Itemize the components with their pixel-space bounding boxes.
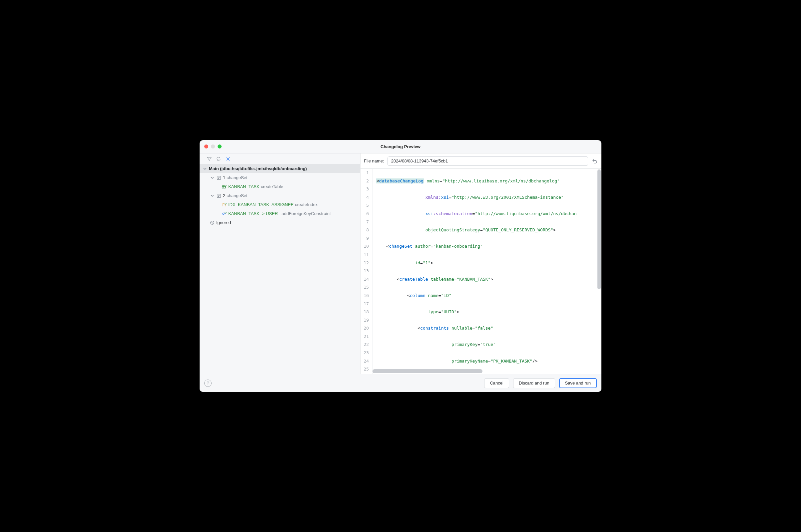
close-window-button[interactable] xyxy=(204,145,208,149)
line-num: 11 xyxy=(361,251,369,259)
chevron-down-icon xyxy=(202,166,207,171)
tree-cs2-addfk[interactable]: KANBAN_TASK -> USER_ addForeignKeyConstr… xyxy=(200,209,360,218)
svg-point-0 xyxy=(227,158,229,159)
line-num: 21 xyxy=(361,332,369,341)
line-num: 10 xyxy=(361,242,369,251)
tree-cs2-createindex[interactable]: IDX_KANBAN_TASK_ASSIGNEE createIndex xyxy=(200,200,360,209)
foreign-key-add-icon xyxy=(222,211,227,216)
line-num: 15 xyxy=(361,283,369,292)
cs2-label: changeSet xyxy=(226,193,247,198)
window-controls xyxy=(204,145,222,149)
line-num: 2 xyxy=(361,177,369,186)
tree-toolbar xyxy=(200,153,360,164)
dialog-footer: ? Cancel Discard and run Save and run xyxy=(200,374,601,392)
refresh-icon[interactable] xyxy=(216,156,222,162)
ignored-label: Ignored xyxy=(216,220,231,225)
cs1-number: 1 xyxy=(223,175,225,180)
changeset-tree: Main (jdbc:hsqldb:file:.jmix/hsqldb/onbo… xyxy=(200,164,360,374)
cs2-item2-name: KANBAN_TASK -> USER_ xyxy=(228,211,280,216)
tree-ignored[interactable]: Ignored xyxy=(200,218,360,227)
line-num: 1 xyxy=(361,169,369,177)
svg-point-6 xyxy=(222,213,224,214)
cs2-item1-name: IDX_KANBAN_TASK_ASSIGNEE xyxy=(228,202,294,207)
line-num: 23 xyxy=(361,349,369,357)
line-num: 8 xyxy=(361,226,369,234)
filename-row: File name: xyxy=(361,153,601,169)
code-content[interactable]: <databaseChangeLog xmlns="http://www.liq… xyxy=(372,169,601,374)
line-num: 19 xyxy=(361,316,369,325)
line-num: 20 xyxy=(361,324,369,332)
maximize-window-button[interactable] xyxy=(218,145,222,149)
line-gutter: 1 2 3 4 5 6 7 8 9 10 11 12 13 14 15 16 1 xyxy=(361,169,372,374)
main-node-label: Main (jdbc:hsqldb:file:.jmix/hsqldb/onbo… xyxy=(209,166,307,171)
filename-input[interactable] xyxy=(387,156,588,166)
line-num: 16 xyxy=(361,292,369,300)
save-and-run-button[interactable]: Save and run xyxy=(559,378,597,388)
titlebar: Changelog Preview xyxy=(200,140,601,153)
filename-label: File name: xyxy=(364,158,384,164)
dialog-body: Main (jdbc:hsqldb:file:.jmix/hsqldb/onbo… xyxy=(200,153,601,374)
minimize-window-button[interactable] xyxy=(211,145,215,149)
settings-gear-icon[interactable] xyxy=(225,156,231,162)
cs2-item1-op: createIndex xyxy=(295,202,317,207)
left-panel: Main (jdbc:hsqldb:file:.jmix/hsqldb/onbo… xyxy=(200,153,361,374)
cs2-number: 2 xyxy=(223,193,225,198)
vertical-scrollbar[interactable] xyxy=(597,169,601,289)
cs2-item2-op: addForeignKeyConstraint xyxy=(281,211,330,216)
changeset-icon xyxy=(216,193,222,198)
cancel-button[interactable]: Cancel xyxy=(484,378,509,388)
dialog-window: Changelog Preview Main (jdbc:hsqldb:file… xyxy=(200,140,601,392)
horizontal-scrollbar-thumb[interactable] xyxy=(372,369,483,373)
line-num: 14 xyxy=(361,275,369,284)
line-num: 3 xyxy=(361,185,369,193)
undo-icon[interactable] xyxy=(591,158,598,165)
tree-cs1-createtable[interactable]: KANBAN_TASK createTable xyxy=(200,182,360,191)
line-num: 13 xyxy=(361,267,369,275)
table-add-icon xyxy=(222,184,227,189)
changeset-icon xyxy=(216,175,222,180)
tree-changeset-2[interactable]: 2 changeSet xyxy=(200,191,360,200)
line-num: 7 xyxy=(361,218,369,226)
window-title: Changelog Preview xyxy=(200,144,601,149)
help-icon[interactable]: ? xyxy=(204,380,212,387)
discard-and-run-button[interactable]: Discard and run xyxy=(513,378,555,388)
code-editor[interactable]: 1 2 3 4 5 6 7 8 9 10 11 12 13 14 15 16 1 xyxy=(361,169,601,374)
tree-changeset-1[interactable]: 1 changeSet xyxy=(200,173,360,182)
line-num: 9 xyxy=(361,234,369,243)
line-num: 6 xyxy=(361,210,369,218)
tree-main-node[interactable]: Main (jdbc:hsqldb:file:.jmix/hsqldb/onbo… xyxy=(200,164,360,173)
line-num: 24 xyxy=(361,357,369,365)
line-num: 12 xyxy=(361,259,369,267)
right-panel: File name: 1 2 3 4 5 6 7 8 9 10 xyxy=(361,153,601,374)
line-num: 25 xyxy=(361,365,369,374)
cs1-item1-name: KANBAN_TASK xyxy=(228,184,259,189)
line-num: 17 xyxy=(361,300,369,308)
cs1-label: changeSet xyxy=(226,175,247,180)
filter-icon[interactable] xyxy=(206,156,212,162)
chevron-down-icon xyxy=(210,175,215,180)
chevron-down-icon xyxy=(210,193,215,198)
line-num: 18 xyxy=(361,308,369,316)
index-add-icon xyxy=(222,202,227,207)
line-num: 4 xyxy=(361,193,369,202)
cs1-item1-op: createTable xyxy=(261,184,283,189)
horizontal-scrollbar-track[interactable] xyxy=(372,369,597,373)
ignored-icon xyxy=(210,220,215,225)
line-num: 22 xyxy=(361,341,369,349)
line-num: 5 xyxy=(361,202,369,210)
